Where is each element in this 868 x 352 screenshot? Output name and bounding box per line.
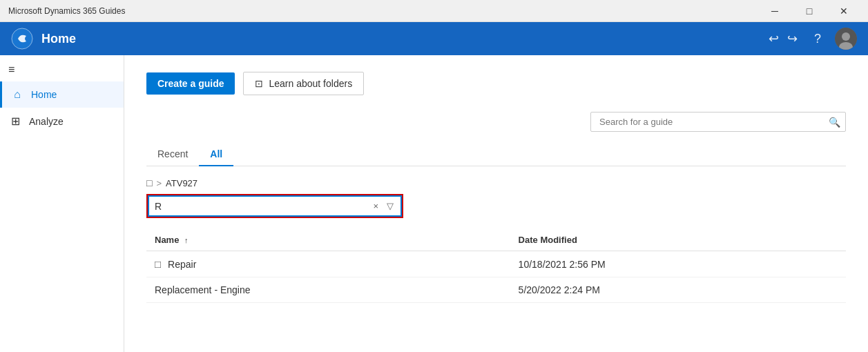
sidebar-home-label: Home [31, 89, 57, 100]
table-cell-date: 5/20/2022 2:24 PM [510, 277, 846, 303]
sidebar-analyze-label: Analyze [29, 116, 64, 127]
content-area: Create a guide ⊡ Learn about folders 🔍 R… [124, 55, 868, 352]
table-cell-name: Replacement - Engine [146, 277, 510, 303]
row-name: Repair [168, 259, 196, 270]
sort-icon: ↑ [184, 236, 189, 244]
search-bar: 🔍 [146, 112, 846, 132]
filter-actions: × ▽ [372, 199, 395, 213]
undo-button[interactable]: ↩ [766, 28, 782, 49]
breadcrumb: □ > ATV927 [146, 177, 846, 188]
search-wrapper: 🔍 [590, 112, 846, 132]
nav-bar: Home ↩ ↪ ? [0, 22, 868, 55]
col-header-date-modified[interactable]: Date Modified [510, 229, 846, 251]
app-logo [11, 28, 33, 50]
tab-all[interactable]: All [199, 143, 233, 166]
main-layout: ≡ ⌂ Home ⊞ Analyze Create a guide ⊡ Lear… [0, 55, 868, 352]
search-input[interactable] [590, 112, 846, 132]
table-cell-date: 10/18/2021 2:56 PM [510, 251, 846, 277]
name-cell-content: Replacement - Engine [155, 284, 502, 295]
app-title: Microsoft Dynamics 365 Guides [8, 6, 759, 16]
svg-point-2 [842, 32, 850, 41]
breadcrumb-folder-name: ATV927 [166, 178, 197, 188]
search-icon: 🔍 [829, 117, 840, 128]
table-header: Name ↑ Date Modified [146, 229, 846, 251]
learn-folders-icon: ⊡ [255, 78, 263, 89]
filter-funnel-button[interactable]: ▽ [385, 199, 395, 213]
row-folder-icon: □ [155, 258, 161, 270]
learn-folders-button[interactable]: ⊡ Learn about folders [243, 72, 364, 95]
home-icon: ⌂ [10, 88, 24, 101]
name-cell-content: □ Repair [155, 258, 502, 270]
window-controls: ─ □ ✕ [759, 0, 860, 22]
close-button[interactable]: ✕ [828, 0, 860, 22]
table-row[interactable]: Replacement - Engine 5/20/2022 2:24 PM [146, 277, 846, 303]
tab-recent[interactable]: Recent [146, 143, 199, 166]
filter-highlight-box: × ▽ [146, 194, 403, 218]
toolbar: Create a guide ⊡ Learn about folders [146, 72, 846, 95]
user-avatar[interactable] [835, 28, 857, 50]
row-name: Replacement - Engine [155, 284, 251, 295]
breadcrumb-folder-icon: □ [146, 177, 152, 188]
table-row[interactable]: □ Repair 10/18/2021 2:56 PM [146, 251, 846, 277]
tabs: Recent All [146, 143, 846, 166]
analyze-icon: ⊞ [8, 115, 22, 128]
undo-redo-group: ↩ ↪ [766, 28, 800, 49]
filter-clear-button[interactable]: × [372, 199, 380, 213]
title-bar: Microsoft Dynamics 365 Guides ─ □ ✕ [0, 0, 868, 22]
app-container: Home ↩ ↪ ? ≡ ⌂ Home [0, 22, 868, 352]
breadcrumb-separator: > [156, 178, 162, 188]
table-cell-name: □ Repair [146, 251, 510, 277]
redo-button[interactable]: ↪ [784, 28, 800, 49]
table-body: □ Repair 10/18/2021 2:56 PM Replacement … [146, 251, 846, 303]
nav-right-controls: ↩ ↪ ? [766, 28, 857, 50]
data-table: Name ↑ Date Modified □ Repair [146, 229, 846, 303]
sidebar: ≡ ⌂ Home ⊞ Analyze [0, 55, 124, 352]
col-header-name[interactable]: Name ↑ [146, 229, 510, 251]
hamburger-menu[interactable]: ≡ [0, 58, 124, 81]
filter-input-wrapper: × ▽ [148, 195, 402, 217]
create-guide-button[interactable]: Create a guide [146, 72, 235, 95]
sidebar-item-analyze[interactable]: ⊞ Analyze [0, 108, 124, 135]
learn-folders-label: Learn about folders [269, 78, 352, 89]
minimize-button[interactable]: ─ [759, 0, 791, 22]
help-button[interactable]: ? [811, 29, 824, 49]
filter-input[interactable] [155, 201, 372, 212]
maximize-button[interactable]: □ [793, 0, 825, 22]
nav-title: Home [41, 32, 766, 46]
sidebar-item-home[interactable]: ⌂ Home [0, 81, 124, 108]
